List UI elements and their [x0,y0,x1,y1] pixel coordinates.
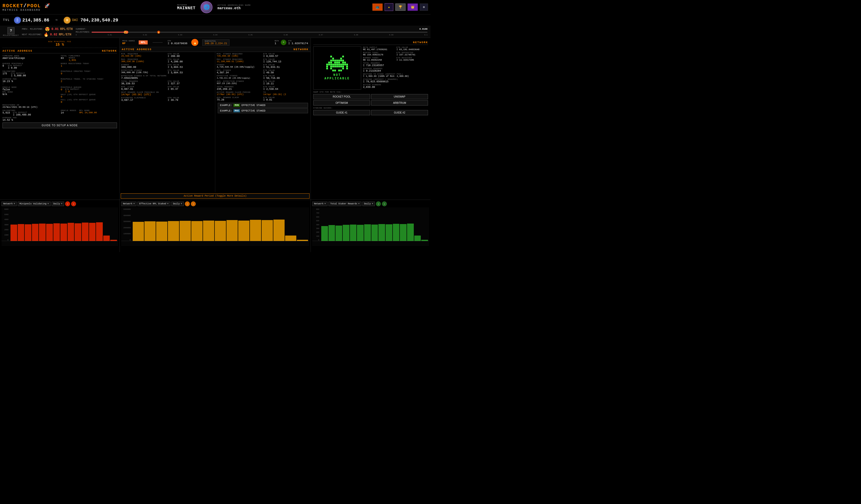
screen-btn[interactable]: 📺 [372,3,383,11]
panel-1-inner: NEW MINIPOOL FEE 15 % ACTIVE ADDRESS NET… [0,38,120,200]
panel3-inner: NETWORK NOT APPLICABLE RETH SUPPLY [311,38,430,200]
pixel-cell [344,56,346,57]
pixel-cell [332,62,334,63]
network-title-1: NETWORK [102,50,117,52]
timezone-item: TIMEZONE AREA America/Chicago [2,55,59,62]
prev-milestone: PREV. MILESTONE: 😍 0.01 RPL/ETH [22,27,73,32]
pixel-cell [328,58,330,59]
prev-milestone-unit: RPL/ETH [60,27,72,31]
max-badge: MAX [233,109,240,112]
tvl-dai-amount: 704,230,540.29 [81,18,118,23]
chart2-network-dropdown[interactable]: Network ▼ [121,202,136,206]
guide1-btn[interactable]: GUIDE #1 [313,110,370,115]
pixel-cell [342,60,344,62]
pixel-cell [330,58,332,59]
chart-bar [343,225,350,241]
profile-btn[interactable]: ★ [385,3,393,11]
network-selector[interactable]: NETWORK MAINNET [177,4,195,11]
approx-symbol: ≈ [55,18,58,23]
pixel-cell [344,60,346,62]
uniswap-swap-btn[interactable]: UNISWAP [371,94,428,99]
panel3-network-title: NETWORK [413,41,428,44]
pixel-cell [340,56,342,57]
chart1-area: 6000500040003000200010000 [1,207,118,246]
tvl-bar: TVL Ξ 214,385.86 ≈ D DAI 704,230,540.29 [0,14,430,26]
panel1-data-grid: TIMEZONE AREA America/Chicago TOTAL TIME… [2,55,117,62]
token-btn[interactable]: 👑 [408,3,418,11]
fee-value: 15 % [3,43,116,47]
chart2-controls: Network ▼ Effective RPL Staked ▼ Daily ▼… [121,201,309,206]
chart3-next-btn[interactable]: › [382,201,387,206]
panel3-top: NOT APPLICABLE RETH SUPPLY RE 81,497.178… [313,46,428,90]
chart1-period-dropdown[interactable]: Daily ▼ [52,202,64,206]
active-address-title: ACTIVE ADDRESS [2,50,32,52]
pixel-cell [326,70,328,71]
pixel-cell [340,68,342,69]
guide-setup-node-btn[interactable]: GUIDE TO SETUP A NODE [2,123,117,128]
new-minipool-fee: NEW MINIPOOL FEE 15 % [2,39,117,48]
pixel-cell [326,68,328,69]
pixel-cell [338,56,340,57]
chart3-period-dropdown[interactable]: Daily ▼ [363,202,375,206]
pixel-cell [328,68,330,69]
milestones-help-btn[interactable]: ? [8,27,14,34]
chart1-next-btn[interactable]: › [71,201,76,206]
chart3-prev-btn[interactable]: ‹ [376,201,381,206]
main-content: NEW MINIPOOL FEE 15 % ACTIVE ADDRESS NET… [0,38,430,252]
panel-2: PRICE SOURCE RP RPL ETH Ξ 0.01079036 🔥 N… [120,38,311,252]
reth-section: RETH 1 = ETH Ξ 1.02079174 [275,40,308,45]
chart3-area: 8007006005004003002001000 [312,207,429,246]
panel2-chart: Network ▼ Effective RPL Staked ▼ Daily ▼… [120,200,311,252]
chart2-prev-btn[interactable]: ‹ [185,201,190,206]
panel2-active-addr-title: ACTIVE ADDRESS [122,48,152,51]
chart1-type-dropdown[interactable]: Minipools Validating ▼ [18,202,50,206]
pixel-cell [342,68,344,69]
logo: ROCKET/POOL 🚀 METRICS DASHBOARD [2,3,50,12]
total-timezones-item: TOTAL TIMEZONES 83 NODES 1,031 [61,55,117,62]
example-min-btn[interactable]: EXAMPLE: MIN EFFECTIVE STAKED [218,103,308,108]
header-middle: NETWORK MAINNET 🌐 ACTIVE ADDRESS/ENS NAM… [55,1,372,13]
pixel-cell [332,64,334,65]
panel2-network-title: NETWORK [293,48,309,51]
chart-bar [103,235,110,241]
chart-bar [68,223,74,241]
chart-bar [53,223,60,241]
chart2-area: 500000040000003000000200000010000000 [121,207,309,246]
active-reward-banner[interactable]: Active Reward Period (Toggle More Detail… [121,193,310,199]
pixel-cell [328,70,330,71]
trophy-btn[interactable]: 🏆 [395,3,406,11]
pixel-cell [326,66,328,67]
chart1-network-dropdown[interactable]: Network ▼ [1,202,17,206]
arbitrum-swap-btn[interactable]: ARBITRUM [371,100,428,106]
pixel-cell [346,64,348,65]
pixel-cell [328,66,330,67]
chart2-next-btn[interactable]: › [191,201,196,206]
chart1-prev-btn[interactable]: ‹ [65,201,70,206]
example-max-btn[interactable]: EXAMPLE: MAX EFFECTIVE STAKED [218,108,308,113]
settings-btn[interactable]: ⚙ [420,3,428,11]
chart-bar [89,223,96,241]
total-timezones-label: TOTAL TIMEZONES [61,55,117,57]
guide2-btn[interactable]: GUIDE #2 [371,110,428,115]
chart-bar [378,224,385,241]
pixel-cell [330,60,332,62]
queued-label: QUEUED MINIPOOLS [2,63,59,65]
chart-bar [393,224,399,241]
rpl-badge: RPL [139,40,148,44]
optimism-swap-btn[interactable]: OPTIMISM [313,100,370,106]
pixel-cell [328,60,330,62]
pixel-cell [342,58,344,59]
pixel-cell [338,62,340,63]
chart1-controls: Network ▼ Minipools Validating ▼ Daily ▼… [1,201,118,206]
pixel-cell [326,62,328,63]
eth-price-item: ETH Ξ 0.01079036 [168,40,187,45]
network-value: MAINNET [177,6,195,11]
chart3-network-dropdown[interactable]: Network ▼ [312,202,328,206]
eth-icon: Ξ [14,17,21,24]
chart2-period-dropdown[interactable]: Daily ▼ [172,202,184,206]
pixel-cell [340,64,342,65]
rocket-pool-swap-btn[interactable]: ROCKET POOL [313,94,370,99]
chart3-type-dropdown[interactable]: Total Staker Rewards ▼ [328,202,361,206]
chart2-type-dropdown[interactable]: Effective RPL Staked ▼ [137,202,170,206]
chart-bar [32,224,39,241]
